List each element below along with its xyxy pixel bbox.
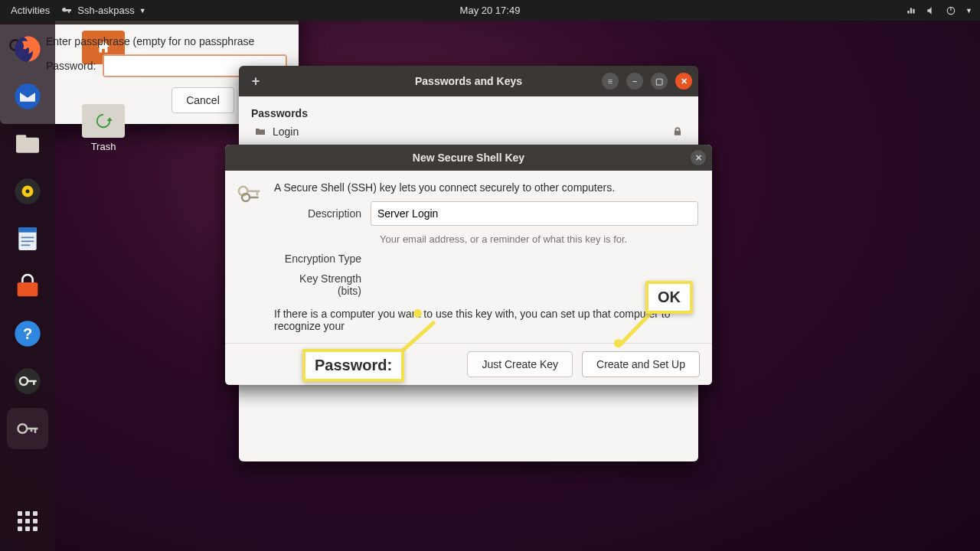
callout-password: Password: <box>302 349 404 382</box>
just-create-key-button[interactable]: Just Create Key <box>467 351 573 377</box>
dialog-body: A Secure Shell (SSH) key lets you connec… <box>225 171 712 343</box>
folder-icon <box>254 126 266 138</box>
activities-button[interactable]: Activities <box>11 5 50 16</box>
svg-point-3 <box>15 83 40 109</box>
callout-dot <box>614 339 622 347</box>
svg-rect-10 <box>18 227 36 233</box>
svg-rect-14 <box>18 282 38 296</box>
minimize-button[interactable]: – <box>626 73 643 90</box>
add-button[interactable]: + <box>247 72 265 90</box>
top-panel: Activities Ssh-askpass ▼ May 20 17:49 ▼ <box>0 0 980 21</box>
description-label: Description <box>274 207 371 220</box>
keyring-item-login[interactable]: Login <box>251 124 686 139</box>
power-icon[interactable] <box>946 5 956 16</box>
files-launcher[interactable] <box>7 123 48 165</box>
maximize-button[interactable]: ▢ <box>651 73 668 90</box>
hamburger-menu-icon[interactable]: ≡ <box>602 73 619 90</box>
desktop-icon-label: Trash <box>61 141 145 152</box>
window-titlebar[interactable]: + Passwords and Keys ≡ – ▢ ✕ <box>239 66 698 96</box>
new-ssh-key-dialog: New Secure Shell Key ✕ A Secure Shell (S… <box>225 145 712 385</box>
svg-point-21 <box>18 424 28 433</box>
volume-icon[interactable] <box>926 5 936 16</box>
cancel-button[interactable]: Cancel <box>172 87 234 113</box>
dialog-titlebar[interactable]: New Secure Shell Key ✕ <box>225 145 712 171</box>
window-title: Passwords and Keys <box>415 75 522 87</box>
rhythmbox-launcher[interactable] <box>7 171 48 212</box>
dock: ? <box>0 21 55 551</box>
app-menu-label: Ssh-askpass <box>77 5 134 16</box>
keys-icon <box>234 178 265 209</box>
close-button[interactable]: ✕ <box>675 73 692 90</box>
seahorse-launcher[interactable] <box>7 360 48 402</box>
close-button[interactable]: ✕ <box>691 150 706 165</box>
trash-icon[interactable]: Trash <box>61 104 145 152</box>
ssh-askpass-launcher[interactable] <box>7 408 48 449</box>
help-launcher[interactable]: ? <box>7 313 48 354</box>
passphrase-prompt: Enter passphrase (empty for no passphras… <box>46 35 286 47</box>
create-and-setup-button[interactable]: Create and Set Up <box>582 351 700 377</box>
chevron-down-icon[interactable]: ▼ <box>965 7 972 15</box>
app-menu[interactable]: Ssh-askpass ▼ <box>60 5 145 17</box>
callout-ok: OK <box>645 281 693 314</box>
thunderbird-launcher[interactable] <box>7 76 48 117</box>
chevron-down-icon: ▼ <box>139 7 146 15</box>
keyring-label: Login <box>273 126 299 138</box>
key-app-icon <box>60 5 73 17</box>
callout-dot <box>413 309 422 318</box>
writer-launcher[interactable] <box>7 218 48 259</box>
clock[interactable]: May 20 17:49 <box>460 5 521 16</box>
svg-point-8 <box>26 190 30 194</box>
show-apps-button[interactable] <box>7 500 48 542</box>
encryption-type-label: Encryption Type <box>274 253 371 265</box>
svg-text:?: ? <box>23 325 32 342</box>
dialog-title: New Secure Shell Key <box>413 152 524 164</box>
software-launcher[interactable] <box>7 266 48 307</box>
network-icon[interactable] <box>906 5 916 16</box>
key-strength-label: Key Strength (bits) <box>274 272 371 297</box>
description-input[interactable] <box>371 201 698 226</box>
dialog-intro-text: A Secure Shell (SSH) key lets you connec… <box>274 181 698 194</box>
description-hint: Your email address, or a reminder of wha… <box>380 233 698 245</box>
dialog-footer: Just Create Key Create and Set Up <box>225 343 712 385</box>
firefox-launcher[interactable] <box>7 28 48 70</box>
lock-icon <box>672 126 683 137</box>
section-header: Passwords <box>251 107 686 119</box>
svg-rect-5 <box>16 135 26 140</box>
